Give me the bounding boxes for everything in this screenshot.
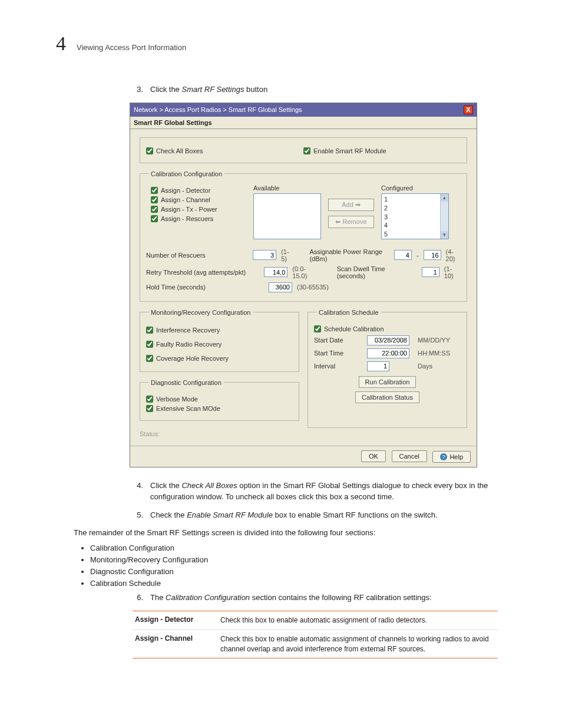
diag-legend: Diagnostic Configuration: [148, 379, 224, 386]
def-value: Check this box to enable automatic assig…: [220, 615, 495, 625]
chevron-down-icon[interactable]: ▾: [441, 231, 448, 239]
available-list[interactable]: [253, 193, 321, 239]
diagnostic-config: Diagnostic Configuration Verbose Mode Ex…: [140, 379, 299, 421]
list-item[interactable]: 2: [384, 204, 446, 213]
ok-button[interactable]: OK: [361, 450, 386, 462]
def-key: Assign - Detector: [135, 615, 220, 625]
add-button[interactable]: Add ➡: [328, 199, 374, 211]
chapter-title: Viewing Access Port Information: [77, 43, 186, 52]
cancel-button[interactable]: Cancel: [392, 450, 427, 462]
mon-legend: Monitoring/Recovery Configuration: [148, 309, 253, 316]
remove-button[interactable]: ⬅ Remove: [328, 216, 374, 228]
assign-tx-power-cb[interactable]: Assign - Tx - Power: [151, 206, 246, 213]
dialog-button-bar: OK Cancel ?Help: [130, 446, 477, 467]
top-options: Check All Boxes Enable Smart RF Module: [140, 137, 467, 163]
section-list: Calibration Configuration Monitoring/Rec…: [90, 543, 455, 588]
configured-list[interactable]: 1 2 3 4 5 ▴▾: [381, 193, 449, 239]
apr-min-input[interactable]: [394, 250, 412, 260]
chapter-number: 4: [56, 32, 66, 55]
start-date-input[interactable]: [367, 335, 409, 345]
interference-recovery-cb[interactable]: Interference Recovery: [146, 327, 293, 334]
breadcrumb: Network > Access Port Radios > Smart RF …: [134, 106, 464, 113]
check-all-boxes[interactable]: Check All Boxes: [146, 147, 303, 154]
table-row: Assign - Channel Check this box to enabl…: [133, 630, 498, 659]
step-5-note: The remainder of the Smart RF Settings s…: [74, 528, 439, 539]
hold-input[interactable]: [269, 282, 292, 292]
schedule-calib-cb[interactable]: Schedule Calibration: [314, 325, 461, 332]
step-3: 3. Click the Smart RF Settings button: [133, 84, 498, 95]
list-item[interactable]: 4: [384, 221, 446, 230]
list-item[interactable]: 1: [384, 195, 446, 204]
assign-detector-cb[interactable]: Assign - Detector: [151, 187, 246, 194]
table-row: Assign - Detector Check this box to enab…: [133, 611, 498, 630]
assign-channel-cb[interactable]: Assign - Channel: [151, 196, 246, 203]
status-label: Status:: [140, 428, 467, 440]
step-6: 6. The Calibration Configuration section…: [133, 592, 498, 604]
dialog-subtitle: Smart RF Global Settings: [130, 117, 477, 129]
smart-rf-dialog: Network > Access Port Radios > Smart RF …: [130, 103, 477, 467]
available-label: Available: [253, 185, 321, 192]
list-item: Diagnostic Configuration: [90, 567, 455, 576]
verbose-cb[interactable]: Verbose Mode: [146, 396, 293, 403]
dialog-body: Check All Boxes Enable Smart RF Module C…: [130, 129, 477, 446]
step-4: 4. Click the Check All Boxes option in t…: [133, 480, 498, 503]
list-item: Monitoring/Recovery Configuration: [90, 555, 455, 564]
step-5: 5. Check the Enable Smart RF Module box …: [133, 510, 498, 521]
calibration-status-button[interactable]: Calibration Status: [355, 391, 419, 403]
assign-rescuers-cb[interactable]: Assign - Rescuers: [151, 215, 246, 222]
apr-max-input[interactable]: [424, 250, 441, 260]
retry-input[interactable]: [264, 267, 287, 277]
list-item: Calibration Schedule: [90, 579, 455, 588]
coverage-hole-cb[interactable]: Coverage Hole Recovery: [146, 355, 293, 362]
num-rescuers-row: Number of Rescuers (1-5) Assignable Powe…: [146, 248, 461, 262]
close-icon[interactable]: X: [464, 106, 473, 114]
dialog-titlebar: Network > Access Port Radios > Smart RF …: [130, 103, 477, 117]
list-item[interactable]: 5: [384, 230, 446, 239]
run-calibration-button[interactable]: Run Calibration: [359, 376, 416, 388]
help-icon: ?: [440, 453, 447, 460]
list-item: Calibration Configuration: [90, 543, 455, 552]
calibration-config: Calibration Configuration Assign - Detec…: [140, 170, 467, 302]
interval-input[interactable]: [367, 361, 389, 371]
chevron-up-icon[interactable]: ▴: [441, 194, 448, 202]
retry-row: Retry Threshold (avg attempts/pkt) (0.0-…: [146, 265, 461, 279]
faulty-radio-cb[interactable]: Faulty Radio Recovery: [146, 341, 293, 348]
extensive-scan-cb[interactable]: Extensive Scan MOde: [146, 405, 293, 412]
definition-table: Assign - Detector Check this box to enab…: [133, 611, 498, 658]
step-number: 3.: [133, 84, 143, 95]
hold-row: Hold Time (seconds) (30-65535): [146, 282, 461, 292]
calib-legend: Calibration Configuration: [148, 170, 224, 177]
def-key: Assign - Channel: [135, 634, 220, 654]
page-header: 4 Viewing Access Port Information: [56, 32, 506, 55]
monitoring-config: Monitoring/Recovery Configuration Interf…: [140, 309, 299, 372]
sched-legend: Calibration Schedule: [316, 309, 381, 316]
start-time-input[interactable]: [367, 348, 409, 358]
help-button[interactable]: ?Help: [432, 451, 471, 463]
calibration-schedule: Calibration Schedule Schedule Calibratio…: [308, 309, 467, 428]
list-item[interactable]: 3: [384, 213, 446, 222]
def-value: Check this box to enable automatic assig…: [220, 634, 495, 654]
enable-smart-rf[interactable]: Enable Smart RF Module: [303, 147, 461, 154]
num-rescuers-input[interactable]: [253, 250, 276, 260]
dwell-input[interactable]: [422, 267, 439, 277]
step-text: Click the Smart RF Settings button: [150, 84, 498, 95]
configured-label: Configured: [381, 185, 449, 192]
